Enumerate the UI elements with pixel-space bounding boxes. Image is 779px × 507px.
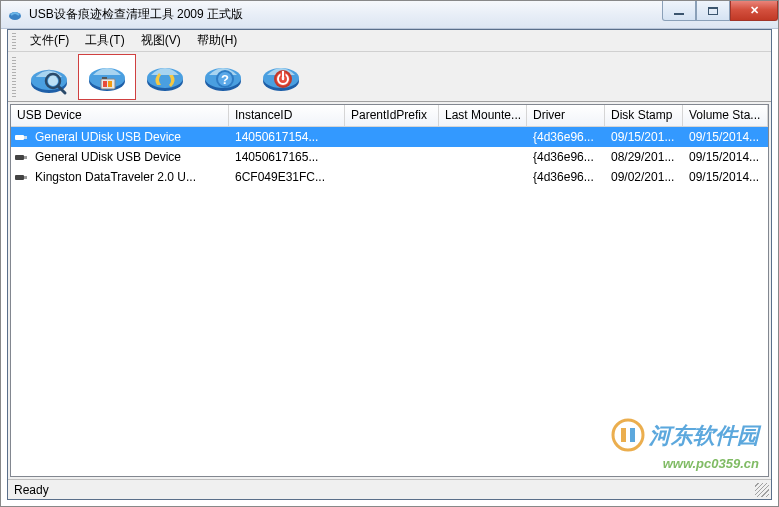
watermark: 河东软件园 www.pc0359.cn	[611, 418, 759, 471]
app-icon	[7, 7, 23, 23]
help-icon: ?	[201, 57, 245, 97]
usb-device-icon	[13, 131, 29, 143]
cell-instance: 14050617154...	[229, 130, 345, 144]
list-row[interactable]: Kingston DataTraveler 2.0 U...6CF049E31F…	[11, 167, 768, 187]
usb-device-icon	[13, 151, 29, 163]
cell-driver: {4d36e96...	[527, 150, 605, 164]
clean-icon	[85, 57, 129, 97]
cell-device: General UDisk USB Device	[29, 150, 229, 164]
svg-point-33	[613, 420, 643, 450]
cell-instance: 6CF049E31FC...	[229, 170, 345, 184]
toolbar-clean-button[interactable]	[78, 54, 136, 100]
list-row[interactable]: General UDisk USB Device14050617154...{4…	[11, 127, 768, 147]
svg-rect-27	[15, 135, 24, 140]
svg-point-4	[48, 76, 58, 86]
cell-volume: 09/15/2014...	[683, 170, 768, 184]
toolbar-grip[interactable]	[12, 57, 16, 97]
usb-device-icon	[13, 171, 29, 183]
maximize-button[interactable]	[696, 1, 730, 21]
cell-driver: {4d36e96...	[527, 170, 605, 184]
close-button[interactable]: ✕	[730, 1, 778, 21]
cell-volume: 09/15/2014...	[683, 150, 768, 164]
svg-rect-11	[102, 77, 107, 79]
svg-rect-32	[24, 176, 27, 179]
toolbar-help-button[interactable]: ?	[194, 54, 252, 100]
cell-disk: 09/02/201...	[605, 170, 683, 184]
power-icon	[259, 57, 303, 97]
svg-text:?: ?	[221, 72, 229, 87]
cell-volume: 09/15/2014...	[683, 130, 768, 144]
col-header-last[interactable]: Last Mounte...	[439, 105, 527, 126]
svg-rect-35	[630, 428, 635, 442]
svg-rect-30	[24, 156, 27, 159]
col-header-device[interactable]: USB Device	[11, 105, 229, 126]
status-text: Ready	[14, 483, 49, 497]
statusbar: Ready	[8, 479, 771, 499]
minimize-button[interactable]	[662, 1, 696, 21]
cell-device: General UDisk USB Device	[29, 130, 229, 144]
menu-help[interactable]: 帮助(H)	[189, 30, 246, 51]
watermark-logo-icon	[611, 418, 645, 458]
toolbar: ?	[8, 52, 771, 102]
svg-rect-9	[103, 81, 107, 87]
cell-disk: 09/15/201...	[605, 130, 683, 144]
cell-disk: 08/29/201...	[605, 150, 683, 164]
toolbar-power-button[interactable]	[252, 54, 310, 100]
list-row[interactable]: General UDisk USB Device14050617165...{4…	[11, 147, 768, 167]
col-header-volume[interactable]: Volume Sta...	[683, 105, 768, 126]
list-header: USB Device InstanceID ParentIdPrefix Las…	[11, 105, 768, 127]
watermark-text: 河东软件园	[649, 423, 759, 448]
menubar: 文件(F) 工具(T) 视图(V) 帮助(H)	[8, 30, 771, 52]
titlebar[interactable]: USB设备痕迹检查清理工具 2009 正式版 ✕	[1, 1, 778, 29]
menu-file[interactable]: 文件(F)	[22, 30, 77, 51]
scan-icon	[27, 57, 71, 97]
cell-instance: 14050617165...	[229, 150, 345, 164]
menubar-grip[interactable]	[12, 33, 16, 49]
col-header-instance[interactable]: InstanceID	[229, 105, 345, 126]
svg-rect-34	[621, 428, 626, 442]
svg-rect-29	[15, 155, 24, 160]
refresh-icon	[143, 57, 187, 97]
col-header-parent[interactable]: ParentIdPrefix	[345, 105, 439, 126]
window-title: USB设备痕迹检查清理工具 2009 正式版	[29, 6, 243, 23]
svg-rect-10	[108, 81, 112, 87]
menu-tools[interactable]: 工具(T)	[77, 30, 132, 51]
col-header-disk[interactable]: Disk Stamp	[605, 105, 683, 126]
svg-rect-28	[24, 136, 27, 139]
cell-driver: {4d36e96...	[527, 130, 605, 144]
svg-rect-31	[15, 175, 24, 180]
menu-view[interactable]: 视图(V)	[133, 30, 189, 51]
toolbar-refresh-button[interactable]	[136, 54, 194, 100]
col-header-driver[interactable]: Driver	[527, 105, 605, 126]
toolbar-scan-button[interactable]	[20, 54, 78, 100]
resize-grip[interactable]	[755, 483, 769, 497]
cell-device: Kingston DataTraveler 2.0 U...	[29, 170, 229, 184]
watermark-url: www.pc0359.cn	[611, 456, 759, 471]
